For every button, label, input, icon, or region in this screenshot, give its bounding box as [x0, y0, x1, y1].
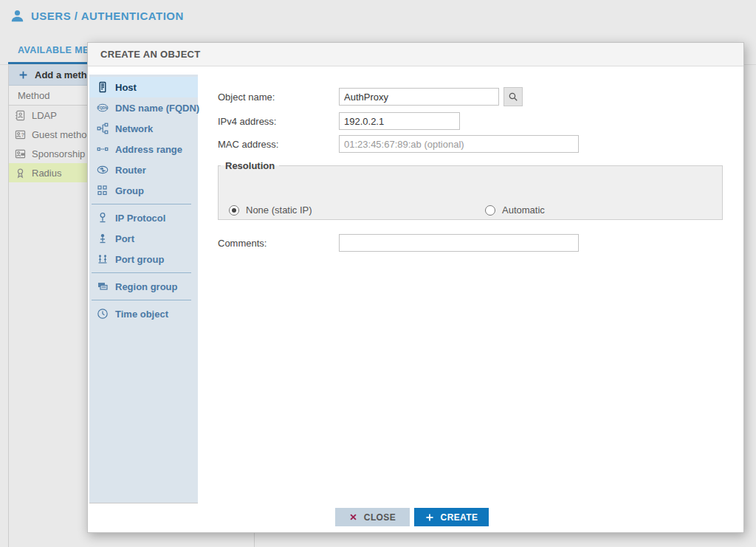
sidebar-divider [92, 204, 191, 204]
mac-address-input[interactable] [339, 135, 579, 153]
group-squares-icon [97, 185, 109, 196]
object-type-group[interactable]: Group [89, 180, 198, 201]
host-server-icon [97, 81, 109, 93]
create-plus-icon [425, 513, 434, 522]
method-label: Radius [32, 168, 61, 179]
close-x-icon [349, 513, 357, 521]
method-label: Guest method [32, 129, 92, 140]
object-type-label: Address range [115, 144, 182, 155]
object-type-label: Host [115, 82, 137, 93]
object-type-label: Region group [115, 281, 178, 292]
region-group-layers-icon [97, 281, 109, 292]
comments-input[interactable] [339, 234, 579, 252]
clock-icon [97, 308, 109, 320]
ipv4-address-label: IPv4 address: [218, 116, 277, 127]
create-button[interactable]: CREATE [414, 508, 489, 526]
object-type-port[interactable]: Port [89, 228, 198, 249]
network-nodes-icon [97, 123, 109, 134]
resolution-option-automatic[interactable]: Automatic [485, 204, 545, 216]
object-type-label: IP Protocol [115, 213, 165, 224]
address-book-icon [15, 110, 26, 121]
radio-button[interactable] [229, 205, 239, 216]
svg-text:FQDN: FQDN [97, 106, 108, 110]
method-label: LDAP [32, 110, 57, 121]
object-type-label: DNS name (FQDN) [115, 103, 199, 114]
router-icon [97, 164, 109, 176]
search-icon [508, 92, 518, 102]
object-type-label: Group [115, 185, 144, 196]
radio-label: Automatic [502, 204, 545, 216]
guest-user-icon: ? [15, 129, 26, 140]
object-type-dns-fqdn[interactable]: FQDN DNS name (FQDN) [89, 97, 198, 118]
svg-text:?: ? [21, 131, 24, 137]
search-button[interactable] [504, 87, 523, 106]
resolution-legend: Resolution [221, 160, 279, 171]
create-object-dialog: CREATE AN OBJECT Host FQDN DNS name (FQD… [87, 42, 744, 533]
resolution-fieldset: Resolution None (static IP) Automatic [218, 160, 723, 220]
object-type-network[interactable]: Network [89, 118, 198, 139]
page-title: USERS / AUTHENTICATION [31, 10, 184, 22]
radio-button[interactable] [485, 205, 495, 216]
award-ribbon-icon [15, 168, 26, 179]
object-type-label: Port [115, 233, 134, 244]
object-type-port-group[interactable]: Port group [89, 249, 198, 269]
object-name-label: Object name: [218, 92, 275, 103]
address-range-icon [97, 143, 109, 155]
user-icon [10, 9, 24, 23]
port-icon [97, 233, 109, 244]
resolution-option-none[interactable]: None (static IP) [229, 204, 312, 216]
sidebar-divider [92, 300, 191, 300]
object-type-label: Time object [115, 309, 168, 320]
sponsor-user-icon [15, 148, 26, 159]
object-type-label: Network [115, 123, 153, 134]
sidebar-divider [92, 272, 191, 273]
fqdn-globe-icon: FQDN [97, 102, 109, 114]
close-button[interactable]: CLOSE [335, 508, 410, 526]
port-group-icon [97, 253, 109, 265]
object-name-input[interactable] [339, 88, 499, 106]
close-button-label: CLOSE [364, 512, 396, 523]
object-type-address-range[interactable]: Address range [89, 139, 198, 159]
object-type-host[interactable]: Host [89, 77, 198, 97]
radio-label: None (static IP) [246, 204, 312, 216]
object-type-ip-protocol[interactable]: IP Protocol [89, 207, 198, 228]
plus-icon [18, 70, 28, 80]
dialog-title: CREATE AN OBJECT [88, 43, 743, 66]
object-type-router[interactable]: Router [89, 159, 198, 180]
ipv4-address-input[interactable] [339, 112, 460, 130]
mac-address-label: MAC address: [218, 139, 278, 150]
object-type-sidebar: Host FQDN DNS name (FQDN) Network [89, 75, 198, 503]
ip-protocol-icon [97, 212, 109, 224]
comments-label: Comments: [218, 238, 267, 249]
object-type-time-object[interactable]: Time object [89, 303, 198, 324]
create-button-label: CREATE [441, 512, 478, 523]
page-header: USERS / AUTHENTICATION [10, 9, 184, 23]
object-type-label: Router [115, 165, 146, 176]
object-type-label: Port group [115, 254, 164, 265]
object-type-region-group[interactable]: Region group [89, 276, 198, 297]
